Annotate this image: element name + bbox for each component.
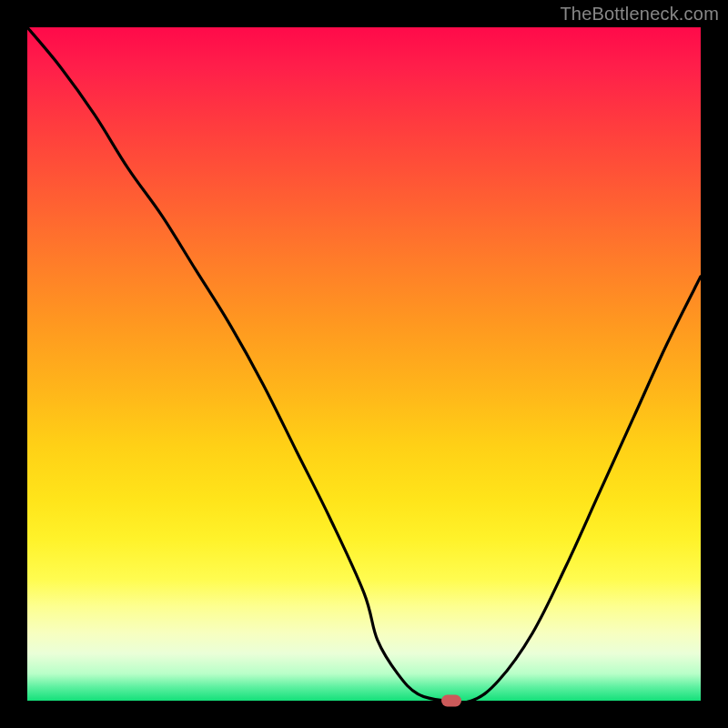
chart-frame: TheBottleneck.com: [0, 0, 728, 728]
curve-line: [27, 27, 701, 701]
optimum-marker: [441, 695, 461, 707]
plot-area: [27, 27, 701, 701]
watermark-text: TheBottleneck.com: [560, 4, 719, 25]
